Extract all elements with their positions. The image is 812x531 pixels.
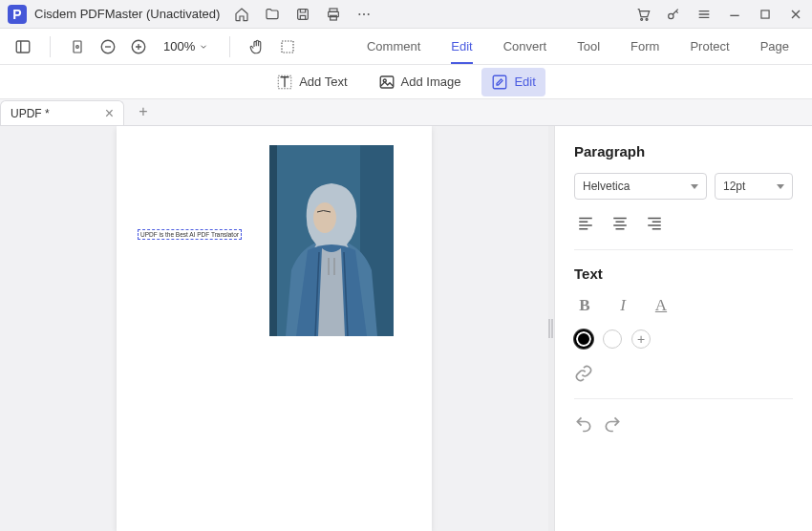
maximize-icon[interactable] [757,6,774,23]
tab-protect[interactable]: Protect [690,29,729,64]
open-folder-icon[interactable] [264,6,281,23]
edit-pencil-icon [491,74,508,91]
app-title: Cisdem PDFMaster (Unactivated) [34,7,220,21]
svg-point-6 [368,13,370,15]
key-icon[interactable] [665,6,682,23]
text-heading: Text [574,266,793,282]
edit-sub-toolbar: Add Text Add Image Edit [0,65,812,99]
undo-icon[interactable] [574,414,593,434]
minimize-icon[interactable] [726,6,743,23]
hand-tool-icon[interactable] [247,37,267,56]
align-center-icon[interactable] [609,211,631,234]
menu-icon[interactable] [695,6,713,23]
svg-point-5 [363,13,365,15]
zoom-in-icon[interactable] [129,37,148,56]
svg-point-8 [646,18,648,20]
tab-tool[interactable]: Tool [577,29,600,64]
svg-point-13 [76,45,79,48]
title-bar: P Cisdem PDFMaster (Unactivated) [0,0,812,29]
print-icon[interactable] [325,6,342,23]
font-size-select[interactable]: 12pt [715,173,793,200]
svg-rect-12 [74,41,81,53]
home-icon[interactable] [233,6,250,23]
align-right-icon[interactable] [643,211,666,234]
panel-resize-handle[interactable] [548,126,554,531]
fit-page-icon[interactable] [68,37,87,56]
link-icon[interactable] [574,364,793,383]
canvas[interactable]: UPDF is the Best AI PDF Translator [0,126,548,531]
file-tab-close-icon[interactable]: × [105,106,114,121]
zoom-out-icon[interactable] [98,37,118,56]
file-tab-label: UPDF * [11,107,50,120]
svg-rect-16 [282,41,293,53]
svg-rect-3 [331,15,337,20]
font-family-select[interactable]: Helvetica [574,173,707,200]
add-image-button[interactable]: Add Image [369,68,471,96]
select-tool-icon[interactable] [278,37,297,56]
bold-button[interactable]: B [574,295,595,316]
svg-rect-11 [16,41,30,53]
document-image[interactable] [269,145,394,336]
file-tab[interactable]: UPDF * × [0,100,124,125]
tab-comment[interactable]: Comment [367,29,420,64]
editable-text-box[interactable]: UPDF is the Best AI PDF Translator [138,229,242,240]
cart-icon[interactable] [634,6,652,23]
svg-point-25 [313,202,336,233]
add-image-icon [378,74,395,91]
tab-page[interactable]: Page [760,29,789,64]
edit-button[interactable]: Edit [481,68,545,96]
color-black[interactable] [574,329,593,349]
paragraph-heading: Paragraph [574,143,793,159]
add-color-button[interactable]: + [631,329,651,349]
redo-icon[interactable] [603,414,622,434]
save-icon[interactable] [294,6,311,23]
svg-rect-24 [269,145,277,336]
main-toolbar: 100% Comment Edit Convert Tool Form Prot… [0,29,812,65]
add-text-icon [276,74,293,91]
tab-form[interactable]: Form [630,29,659,64]
tab-convert[interactable]: Convert [503,29,547,64]
svg-point-7 [641,18,643,20]
svg-rect-18 [380,76,394,88]
new-tab-button[interactable]: + [132,100,155,123]
tab-edit[interactable]: Edit [451,29,472,64]
sidebar-toggle-icon[interactable] [13,37,32,56]
pdf-page[interactable]: UPDF is the Best AI PDF Translator [117,126,432,531]
svg-point-4 [359,13,361,15]
zoom-dropdown[interactable]: 100% [160,39,212,53]
add-text-button[interactable]: Add Text [267,68,356,96]
app-logo: P [8,5,27,24]
color-none[interactable] [603,329,622,349]
svg-rect-20 [494,75,507,89]
svg-rect-10 [761,10,769,17]
properties-panel: Paragraph Helvetica 12pt Text B I A + [554,126,812,531]
file-tab-strip: UPDF * × + [0,99,812,126]
close-icon[interactable] [787,6,804,23]
underline-button[interactable]: A [651,295,672,316]
svg-rect-0 [298,9,309,19]
italic-button[interactable]: I [612,295,633,316]
svg-point-9 [669,13,673,18]
more-icon[interactable] [355,6,373,23]
align-left-icon[interactable] [574,211,597,234]
